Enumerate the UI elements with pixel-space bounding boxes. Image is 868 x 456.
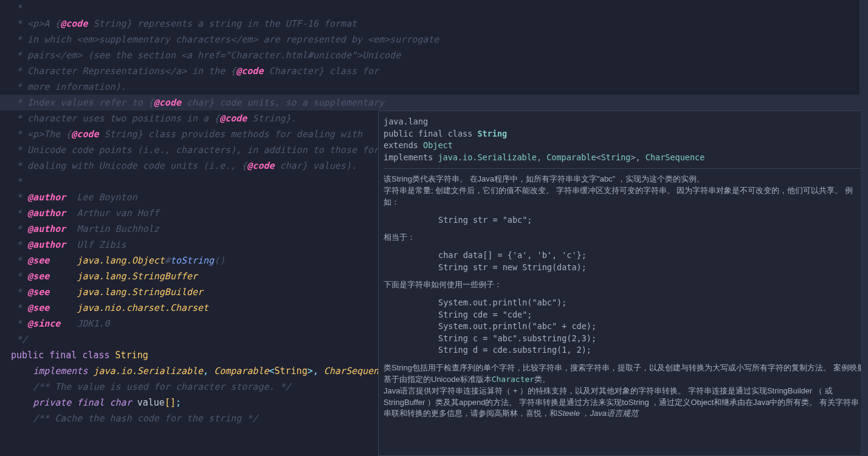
doc-code-block: System.out.println("abc"); String cde = … bbox=[438, 297, 866, 356]
javadoc-line: * character uses two positions in a { bbox=[11, 113, 219, 124]
pad bbox=[66, 192, 77, 203]
pad bbox=[66, 239, 77, 250]
javadoc-line: * bbox=[11, 239, 27, 250]
since-value: JDK1.0 bbox=[77, 318, 109, 329]
keyword-implements: implements bbox=[33, 366, 88, 376]
bracket: [ bbox=[165, 397, 170, 408]
javadoc-tag-code: @code bbox=[71, 129, 98, 140]
doc-link-character[interactable]: Character bbox=[492, 375, 534, 384]
angle-bracket: > bbox=[308, 366, 313, 376]
javadoc-line: * bbox=[11, 318, 27, 329]
javadoc-line: * bbox=[11, 2, 22, 13]
doc-link-string[interactable]: String bbox=[601, 152, 631, 162]
javadoc-line: * <p>The { bbox=[11, 129, 71, 140]
see-ref-class: java.nio.charset.Charset bbox=[77, 302, 208, 313]
pad bbox=[49, 287, 77, 298]
popup-scrollbar[interactable] bbox=[861, 111, 868, 456]
javadoc-tag-author: @author bbox=[27, 239, 66, 250]
doc-link-serializable[interactable]: java.io.Serializable bbox=[438, 152, 537, 162]
javadoc-tag-code: @code bbox=[154, 97, 181, 108]
javadoc-line: char} code units, so a supplementary bbox=[181, 97, 384, 108]
type-comparable: Comparable bbox=[214, 366, 269, 376]
comma: , bbox=[203, 366, 214, 376]
pad bbox=[49, 255, 77, 266]
parens: () bbox=[214, 255, 225, 266]
angle-bracket: < bbox=[269, 366, 274, 376]
current-line[interactable]: * Index values refer to {@code char} cod… bbox=[0, 95, 868, 111]
class-name: String bbox=[115, 350, 148, 361]
javadoc-line: * bbox=[11, 255, 27, 266]
see-ref-class: java.lang.Object bbox=[77, 255, 165, 266]
keyword-char: char bbox=[110, 397, 132, 408]
doc-paragraph: Java语言提供对字符串连接运算符（ + ）的特殊支持，以及对其他对象的字符串转… bbox=[384, 386, 866, 420]
angle-bracket: > bbox=[630, 152, 635, 162]
pad bbox=[49, 302, 77, 313]
javadoc-line: * Index values refer to { bbox=[11, 97, 154, 108]
comma: , bbox=[313, 366, 324, 376]
pad bbox=[60, 318, 77, 329]
javadoc-tag-code: @code bbox=[60, 18, 88, 29]
javadoc-tag-since: @since bbox=[27, 318, 60, 329]
javadoc-tag-author: @author bbox=[27, 223, 66, 234]
javadoc-line: * Character Representations</a> in the { bbox=[11, 66, 236, 77]
doc-paragraph: 字符串是常量; 创建文件后，它们的值不能改变。 字符串缓冲区支持可变的字符串。 … bbox=[384, 185, 866, 208]
javadoc-line: * dealing with Unicode code units (i.e.,… bbox=[11, 160, 247, 171]
doc-paragraph: 相当于： bbox=[384, 232, 866, 243]
pad bbox=[49, 271, 77, 282]
keyword-private: private bbox=[33, 397, 71, 408]
javadoc-tag-see: @see bbox=[27, 287, 49, 298]
doc-paragraph: 下面是字符串如何使用一些例子： bbox=[384, 279, 866, 291]
see-ref-class: java.lang.StringBuilder bbox=[77, 287, 203, 298]
javadoc-line: String}. bbox=[247, 113, 296, 124]
field-name: value bbox=[137, 397, 165, 408]
keyword-public: public bbox=[11, 350, 44, 361]
javadoc-line: String} represents a string in the UTF-1… bbox=[88, 18, 357, 29]
javadoc-line: * in which <em>supplementary characters<… bbox=[11, 34, 439, 45]
javadoc-line: * pairs</em> (see the section <a href="C… bbox=[11, 50, 401, 61]
author-name: Arthur van Hoff bbox=[77, 208, 159, 219]
javadoc-line: * bbox=[11, 192, 27, 203]
javadoc-tag-code: @code bbox=[219, 113, 247, 124]
doc-signature: java.lang public final class String exte… bbox=[384, 116, 866, 163]
documentation-popup[interactable]: java.lang public final class String exte… bbox=[378, 111, 868, 456]
angle-bracket: < bbox=[596, 152, 601, 162]
doc-link-comparable[interactable]: Comparable bbox=[546, 152, 596, 162]
javadoc-tag-see: @see bbox=[27, 255, 49, 266]
package-ref: java.io. bbox=[93, 366, 137, 376]
javadoc-tag-code: @code bbox=[247, 160, 274, 171]
doc-paragraph: 类String包括用于检查序列的单个字符，比较字符串，搜索字符串，提取子，以及创… bbox=[384, 362, 866, 386]
type-serializable: Serializable bbox=[137, 366, 203, 376]
doc-modifiers: public final class bbox=[384, 129, 477, 138]
javadoc-line: * bbox=[11, 302, 27, 313]
author-name: Ulf Zibis bbox=[77, 239, 126, 250]
doc-code-block: char data[] = {'a', 'b', 'c'}; String st… bbox=[438, 250, 866, 273]
doc-link-object[interactable]: Object bbox=[423, 140, 453, 150]
doc-divider bbox=[384, 168, 866, 169]
doc-link-charsequence[interactable]: CharSequence bbox=[646, 152, 705, 162]
javadoc-tag-author: @author bbox=[27, 208, 66, 219]
doc-book-title: Steele ，Java语言规范 bbox=[557, 409, 638, 418]
semicolon: ; bbox=[176, 397, 181, 408]
javadoc-line: char} values). bbox=[274, 160, 356, 171]
javadoc-line: * Unicode code points (i.e., characters)… bbox=[11, 145, 379, 155]
author-name: Martin Buchholz bbox=[77, 223, 159, 234]
javadoc-line: * bbox=[11, 208, 27, 219]
see-ref-class: java.lang.StringBuffer bbox=[77, 271, 198, 282]
keyword-class: class bbox=[82, 350, 109, 361]
javadoc-line: * <p>A { bbox=[11, 18, 60, 29]
javadoc-tag-code: @code bbox=[236, 66, 263, 77]
javadoc-end: */ bbox=[11, 334, 27, 345]
doc-body: 该String类代表字符串。 在Java程序中，如所有字符串串文字"abc" ，… bbox=[384, 174, 866, 420]
author-name: Lee Boynton bbox=[77, 192, 137, 203]
javadoc-tag-author: @author bbox=[27, 192, 66, 203]
doc-class-name: String bbox=[477, 129, 507, 138]
doc-extends-kw: extends bbox=[384, 140, 423, 150]
see-ref-method: toString bbox=[170, 255, 214, 266]
javadoc-line: /** Cache the hash code for the string *… bbox=[33, 413, 258, 424]
javadoc-line: String} class provides methods for deali… bbox=[99, 129, 362, 140]
javadoc-line: * more information). bbox=[11, 81, 126, 92]
doc-package: java.lang bbox=[384, 116, 866, 128]
javadoc-tag-see: @see bbox=[27, 302, 49, 313]
javadoc-line: * bbox=[11, 223, 27, 234]
javadoc-line: * bbox=[11, 176, 22, 187]
